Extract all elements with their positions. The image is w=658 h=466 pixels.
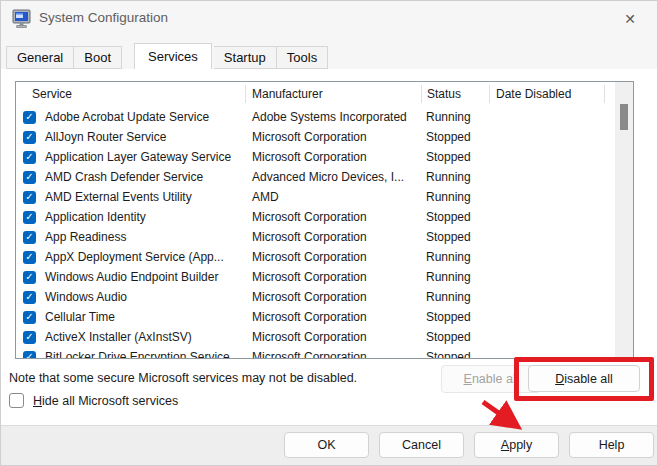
manufacturer-cell: Microsoft Corporation bbox=[245, 270, 420, 284]
services-table: Service Manufacturer Status Date Disable… bbox=[15, 81, 634, 359]
manufacturer-cell: Microsoft Corporation bbox=[245, 330, 420, 344]
column-divider bbox=[245, 85, 246, 103]
service-checkbox[interactable]: ✓ bbox=[23, 151, 36, 164]
status-cell: Stopped bbox=[420, 230, 488, 244]
manufacturer-cell: Advanced Micro Devices, I... bbox=[245, 170, 420, 184]
hide-microsoft-services-checkbox[interactable] bbox=[9, 393, 24, 408]
service-checkbox[interactable]: ✓ bbox=[23, 291, 36, 304]
manufacturer-cell: Microsoft Corporation bbox=[245, 250, 420, 264]
vertical-scrollbar[interactable] bbox=[615, 82, 633, 358]
status-cell: Stopped bbox=[420, 210, 488, 224]
table-row[interactable]: ✓ Windows Audio Microsoft Corporation Ru… bbox=[16, 287, 615, 307]
table-row[interactable]: ✓ App Readiness Microsoft Corporation St… bbox=[16, 227, 615, 247]
table-row[interactable]: ✓ Windows Audio Endpoint Builder Microso… bbox=[16, 267, 615, 287]
apply-button[interactable]: Apply bbox=[474, 432, 559, 458]
manufacturer-cell: Microsoft Corporation bbox=[245, 350, 420, 359]
service-name: Adobe Acrobat Update Service bbox=[45, 110, 209, 124]
status-cell: Stopped bbox=[420, 310, 488, 324]
column-header-service[interactable]: Service bbox=[32, 87, 72, 101]
manufacturer-cell: Microsoft Corporation bbox=[245, 310, 420, 324]
status-cell: Running bbox=[420, 170, 488, 184]
service-name: AMD Crash Defender Service bbox=[45, 170, 203, 184]
status-cell: Stopped bbox=[420, 330, 488, 344]
manufacturer-cell: AMD bbox=[245, 190, 420, 204]
status-cell: Running bbox=[420, 270, 488, 284]
close-icon[interactable]: ✕ bbox=[613, 7, 647, 31]
table-row[interactable]: ✓ AppX Deployment Service (App... Micros… bbox=[16, 247, 615, 267]
note-text: Note that some secure Microsoft services… bbox=[9, 371, 357, 385]
table-header: Service Manufacturer Status Date Disable… bbox=[16, 82, 633, 106]
window-title: System Configuration bbox=[39, 10, 168, 25]
tab-boot[interactable]: Boot bbox=[74, 46, 122, 69]
tab-tools[interactable]: Tools bbox=[277, 46, 328, 69]
status-cell: Running bbox=[420, 110, 488, 124]
column-divider bbox=[489, 85, 490, 103]
table-row[interactable]: ✓ ActiveX Installer (AxInstSV) Microsoft… bbox=[16, 327, 615, 347]
status-cell: Stopped bbox=[420, 130, 488, 144]
tab-services[interactable]: Services bbox=[134, 43, 212, 69]
help-button[interactable]: Help bbox=[569, 432, 654, 458]
column-header-status[interactable]: Status bbox=[427, 87, 461, 101]
service-checkbox[interactable]: ✓ bbox=[23, 191, 36, 204]
manufacturer-cell: Microsoft Corporation bbox=[245, 210, 420, 224]
column-header-date-disabled[interactable]: Date Disabled bbox=[496, 87, 571, 101]
column-divider bbox=[421, 85, 422, 103]
tab-general[interactable]: General bbox=[6, 46, 74, 69]
manufacturer-cell: Adobe Systems Incorporated bbox=[245, 110, 420, 124]
manufacturer-cell: Microsoft Corporation bbox=[245, 290, 420, 304]
manufacturer-cell: Microsoft Corporation bbox=[245, 150, 420, 164]
table-row[interactable]: ✓ Application Layer Gateway Service Micr… bbox=[16, 147, 615, 167]
service-checkbox[interactable]: ✓ bbox=[23, 311, 36, 324]
status-cell: Stopped bbox=[420, 350, 488, 359]
service-checkbox[interactable]: ✓ bbox=[23, 251, 36, 264]
service-checkbox[interactable]: ✓ bbox=[23, 211, 36, 224]
table-row[interactable]: ✓ Cellular Time Microsoft Corporation St… bbox=[16, 307, 615, 327]
system-configuration-window: System Configuration ✕ GeneralBootServic… bbox=[0, 0, 658, 466]
hide-microsoft-services-row: Hide all Microsoft services bbox=[9, 393, 178, 408]
status-cell: Running bbox=[420, 190, 488, 204]
cancel-button[interactable]: Cancel bbox=[379, 432, 464, 458]
manufacturer-cell: Microsoft Corporation bbox=[245, 130, 420, 144]
ok-button[interactable]: OK bbox=[284, 432, 369, 458]
status-cell: Stopped bbox=[420, 150, 488, 164]
service-name: Windows Audio Endpoint Builder bbox=[45, 270, 218, 284]
hide-microsoft-services-label: Hide all Microsoft services bbox=[33, 394, 178, 408]
disable-all-button[interactable]: Disable all bbox=[528, 365, 640, 392]
column-header-manufacturer[interactable]: Manufacturer bbox=[252, 87, 323, 101]
tab-strip: GeneralBootServicesStartupTools bbox=[6, 43, 328, 69]
service-name: AMD External Events Utility bbox=[45, 190, 192, 204]
service-checkbox[interactable]: ✓ bbox=[23, 271, 36, 284]
service-checkbox[interactable]: ✓ bbox=[23, 111, 36, 124]
service-name: BitLocker Drive Encryption Service bbox=[45, 350, 230, 359]
service-checkbox[interactable]: ✓ bbox=[23, 231, 36, 244]
service-name: Windows Audio bbox=[45, 290, 127, 304]
table-row[interactable]: ✓ Adobe Acrobat Update Service Adobe Sys… bbox=[16, 107, 615, 127]
service-name: App Readiness bbox=[45, 230, 126, 244]
services-tab-page: Service Manufacturer Status Date Disable… bbox=[1, 69, 658, 425]
scrollbar-thumb[interactable] bbox=[620, 104, 628, 130]
manufacturer-cell: Microsoft Corporation bbox=[245, 230, 420, 244]
status-cell: Running bbox=[420, 290, 488, 304]
service-name: Cellular Time bbox=[45, 310, 115, 324]
service-name: AppX Deployment Service (App... bbox=[45, 250, 224, 264]
msconfig-icon bbox=[11, 8, 33, 30]
service-checkbox[interactable]: ✓ bbox=[23, 131, 36, 144]
service-name: AllJoyn Router Service bbox=[45, 130, 166, 144]
service-checkbox[interactable]: ✓ bbox=[23, 331, 36, 344]
table-row[interactable]: ✓ AMD External Events Utility AMD Runnin… bbox=[16, 187, 615, 207]
column-divider bbox=[604, 85, 605, 103]
table-row[interactable]: ✓ AllJoyn Router Service Microsoft Corpo… bbox=[16, 127, 615, 147]
service-name: ActiveX Installer (AxInstSV) bbox=[45, 330, 192, 344]
tab-startup[interactable]: Startup bbox=[214, 46, 277, 69]
service-name: Application Layer Gateway Service bbox=[45, 150, 231, 164]
table-body: ✓ Adobe Acrobat Update Service Adobe Sys… bbox=[16, 107, 615, 359]
service-checkbox[interactable]: ✓ bbox=[23, 171, 36, 184]
service-checkbox[interactable]: ✓ bbox=[23, 351, 36, 360]
status-cell: Running bbox=[420, 250, 488, 264]
title-bar: System Configuration ✕ bbox=[1, 1, 657, 37]
service-name: Application Identity bbox=[45, 210, 146, 224]
dialog-footer: OK Cancel Apply Help bbox=[1, 425, 658, 466]
table-row[interactable]: ✓ AMD Crash Defender Service Advanced Mi… bbox=[16, 167, 615, 187]
table-row[interactable]: ✓ Application Identity Microsoft Corpora… bbox=[16, 207, 615, 227]
